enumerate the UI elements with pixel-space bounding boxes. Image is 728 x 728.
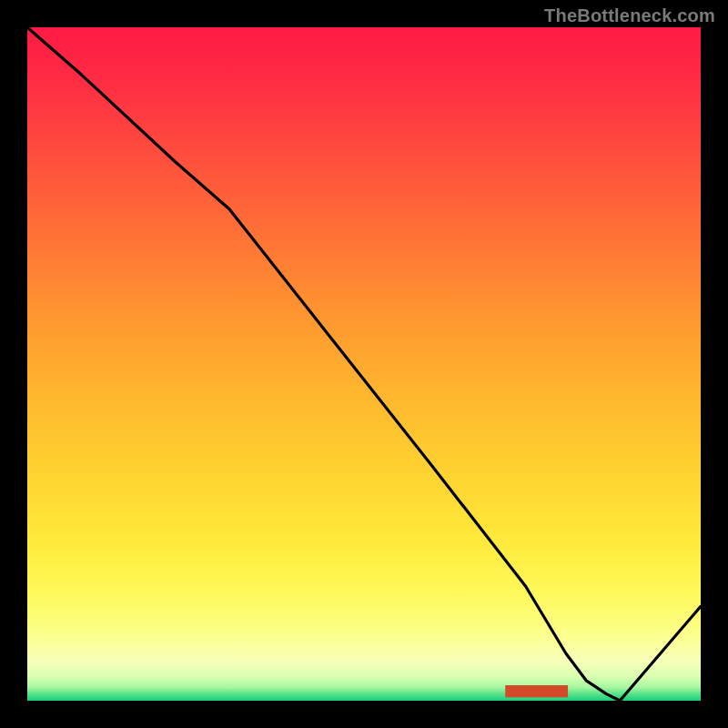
chart-stage: TheBottleneck.com ██████████ [0, 0, 728, 728]
series-marker: ██████████ [505, 685, 567, 696]
chart-curve [27, 27, 701, 701]
chart-svg [27, 27, 701, 701]
plot-area: ██████████ [27, 27, 701, 701]
watermark-text: TheBottleneck.com [544, 5, 715, 26]
